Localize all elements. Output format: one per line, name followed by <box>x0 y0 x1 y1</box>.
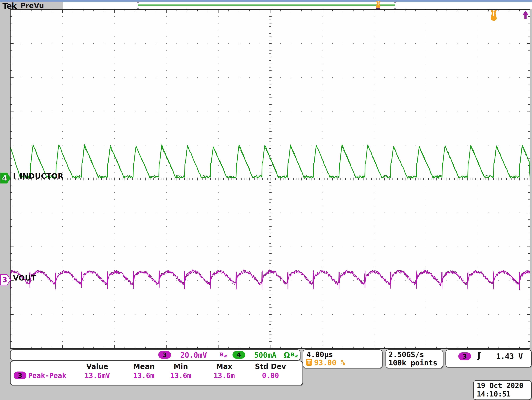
trigger-t-icon: T <box>306 359 312 366</box>
horizontal-readout[interactable]: 4.00µs T 93.00 % <box>303 349 382 368</box>
channel4-coupling-ohm-icon: Ω <box>284 351 290 359</box>
graticule-area <box>10 9 530 349</box>
time-label: 14:10:51 <box>477 390 511 398</box>
meas-min: 13.6m <box>161 372 201 380</box>
meas-header-stddev: Std Dev <box>250 362 291 370</box>
meas-header-min: Min <box>161 362 201 370</box>
channel4-number: 4 <box>2 174 7 182</box>
meas-header-max: Max <box>204 362 244 370</box>
channel4-waveform-label: I_INDUCTOR <box>13 172 63 180</box>
meas-header-value: Value <box>77 362 117 370</box>
channel3-bandwidth-icon: BW <box>220 352 227 358</box>
trigger-source-badge: 3 <box>458 352 471 360</box>
channel4-bandwidth-icon: BW <box>291 352 298 358</box>
record-length: 100k points <box>388 358 437 367</box>
trigger-slope-rising-edge-icon: ʃ <box>477 350 481 361</box>
datetime-panel: 19 Oct 2020 14:10:51 <box>473 380 532 400</box>
sample-rate: 2.50GS/s <box>388 350 424 359</box>
record-view-bar <box>138 4 395 6</box>
meas-stddev: 0.00 <box>250 372 291 380</box>
trigger-readout[interactable]: 3 ʃ 1.43 V <box>445 349 532 368</box>
channel4-position-marker[interactable]: 4 <box>0 173 11 183</box>
channel3-number: 3 <box>2 276 7 284</box>
meas-name: Peak-Peak <box>28 372 83 380</box>
channel3-position-marker[interactable]: 3 <box>0 274 11 285</box>
trigger-level-offscreen-arrow-icon <box>522 10 529 19</box>
waveform-canvas <box>11 10 530 348</box>
date-label: 19 Oct 2020 <box>477 381 523 390</box>
channel3-badge[interactable]: 3 <box>158 351 171 359</box>
measurement-panel: Value Mean Min Max Std Dev 3 Peak-Peak 1… <box>10 361 303 385</box>
meas-mean: 13.6m <box>124 372 164 380</box>
record-trigger-position-icon[interactable] <box>375 1 381 9</box>
time-per-division: 4.00µs <box>306 350 333 359</box>
meas-channel-badge: 3 <box>14 372 26 379</box>
channel3-waveform-label: VOUT <box>13 274 36 282</box>
record-window-right-bracket <box>394 2 396 9</box>
meas-header-mean: Mean <box>124 362 164 370</box>
trigger-level: 1.43 V <box>496 352 523 361</box>
trigger-position-percent: 93.00 % <box>314 358 345 367</box>
acquisition-mode-label: PreVu <box>20 2 44 10</box>
meas-max: 13.6m <box>204 372 244 380</box>
acquisition-readout[interactable]: 2.50GS/s 100k points <box>386 349 443 368</box>
trigger-position-marker-icon[interactable] <box>490 10 497 21</box>
top-blue-line <box>0 0 532 2</box>
record-window-left-bracket <box>137 2 139 9</box>
channel3-scale-value[interactable]: 20.0mV <box>180 351 207 359</box>
channel-scale-readouts: 3 20.0mV BW 4 500mA Ω BW <box>10 349 300 361</box>
meas-value: 13.6mV <box>77 372 117 380</box>
channel4-badge[interactable]: 4 <box>233 351 245 359</box>
channel4-scale-value[interactable]: 500mA <box>254 351 276 359</box>
oscilloscope-screen: Tek PreVu 4 3 I_INDUCTOR VOUT 3 20.0mV <box>0 0 532 400</box>
